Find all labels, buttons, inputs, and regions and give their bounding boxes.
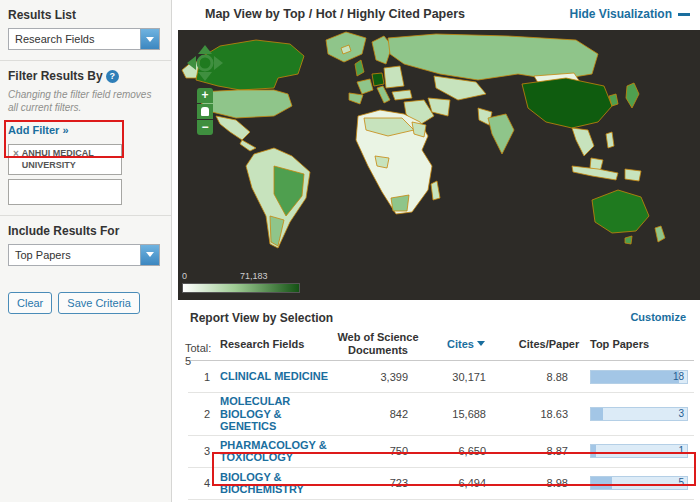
field-link[interactable]: BIOLOGY & BIOCHEMISTRY — [220, 471, 332, 496]
total-value: 5 — [185, 355, 211, 368]
table-row: 2 MOLECULAR BIOLOGY & GENETICS 842 15,68… — [188, 393, 694, 436]
col-cites[interactable]: Cites — [424, 338, 508, 351]
legend-gradient — [182, 283, 300, 293]
top-papers-value: 3 — [678, 408, 684, 420]
field-link[interactable]: CLINICAL MEDICINE — [220, 370, 332, 383]
row-rank: 3 — [188, 445, 220, 457]
map-pan-pad[interactable] — [186, 44, 224, 82]
results-list-dropdown-value: Research Fields — [15, 33, 94, 45]
report-header: Report View by Selection Customize — [172, 302, 700, 325]
top-papers-bar-cell: 5 — [590, 476, 694, 490]
cites-value: 30,171 — [424, 371, 508, 383]
map-legend: 0 71,183 — [182, 272, 312, 296]
cites-value: 6,494 — [424, 477, 508, 489]
map-header: Map View by Top / Hot / Highly Cited Pap… — [172, 0, 700, 30]
results-list-dropdown[interactable]: Research Fields — [8, 28, 160, 50]
docs-value: 842 — [332, 408, 424, 420]
help-icon[interactable]: ? — [106, 70, 119, 83]
top-papers-value: 1 — [678, 445, 684, 457]
results-list-title: Results List — [8, 8, 163, 22]
save-criteria-button[interactable]: Save Criteria — [58, 292, 140, 314]
docs-value: 750 — [332, 445, 424, 457]
filter-title-label: Filter Results By — [8, 69, 103, 83]
results-list-section: Results List Research Fields — [0, 0, 171, 61]
main-panel: Map View by Top / Hot / Highly Cited Pap… — [172, 0, 700, 502]
remove-filter-icon[interactable]: × — [13, 148, 19, 171]
report-panel: Report View by Selection Customize Total… — [172, 302, 700, 502]
col-cites-label: Cites — [447, 338, 474, 351]
top-papers-bar[interactable]: 5 — [590, 476, 688, 490]
cites-per-paper-value: 8.98 — [508, 477, 590, 489]
col-top-papers: Top Papers — [590, 338, 694, 351]
row-rank: 2 — [188, 408, 220, 420]
top-papers-bar-cell: 1 — [590, 444, 694, 458]
map-view-title: Map View by Top / Hot / Highly Cited Pap… — [205, 7, 465, 21]
legend-min-label: 0 — [182, 271, 187, 281]
legend-max-label: 71,183 — [240, 271, 268, 281]
chevron-down-icon[interactable] — [140, 29, 159, 49]
total-label: Total: — [185, 342, 211, 355]
col-cites-per-paper: Cites/Paper — [508, 338, 590, 351]
table-row-highlighted: 4 BIOLOGY & BIOCHEMISTRY 723 6,494 8.98 … — [188, 468, 694, 500]
top-papers-bar[interactable]: 18 — [590, 370, 688, 384]
cites-per-paper-value: 8.88 — [508, 371, 590, 383]
bar-fill — [591, 477, 612, 489]
field-link[interactable]: PHARMACOLOGY & TOXICOLOGY — [220, 439, 332, 464]
report-table: Research Fields Web of Science Documents… — [188, 331, 694, 502]
table-row: 3 PHARMACOLOGY & TOXICOLOGY 750 6,650 8.… — [188, 436, 694, 468]
map-zoom-controls: + − — [197, 88, 213, 135]
include-results-title: Include Results For — [8, 224, 163, 238]
filter-section: Filter Results By? Changing the filter f… — [0, 61, 171, 216]
include-results-section: Include Results For Top Papers — [0, 216, 171, 276]
minimize-icon[interactable] — [678, 13, 690, 16]
cites-value: 15,688 — [424, 408, 508, 420]
filter-section-title: Filter Results By? — [8, 69, 163, 83]
top-papers-value: 5 — [678, 477, 684, 489]
cites-per-paper-value: 8.87 — [508, 445, 590, 457]
bar-fill — [591, 371, 679, 383]
cites-per-paper-value: 18.63 — [508, 408, 590, 420]
customize-link[interactable]: Customize — [630, 311, 686, 325]
col-wos-documents: Web of Science Documents — [332, 331, 424, 356]
top-papers-bar[interactable]: 3 — [590, 407, 688, 421]
docs-value: 723 — [332, 477, 424, 489]
top-papers-bar[interactable]: 1 — [590, 444, 688, 458]
page: Results List Research Fields Filter Resu… — [0, 0, 700, 502]
bar-fill — [591, 445, 596, 457]
filter-note: Changing the filter field removes all cu… — [8, 89, 156, 114]
include-results-dropdown[interactable]: Top Papers — [8, 244, 160, 266]
clear-button[interactable]: Clear — [8, 292, 52, 314]
field-link[interactable]: MOLECULAR BIOLOGY & GENETICS — [220, 395, 332, 433]
table-header-row: Research Fields Web of Science Documents… — [188, 331, 694, 361]
active-filter-chip[interactable]: × ANHUI MEDICAL UNIVERSITY — [8, 144, 122, 175]
world-map-svg — [178, 30, 700, 272]
sort-desc-icon — [477, 341, 485, 346]
pan-hand-icon[interactable] — [197, 104, 213, 119]
top-papers-bar-cell: 3 — [590, 407, 694, 421]
hide-visualization-label: Hide Visualization — [570, 7, 672, 21]
top-papers-bar-cell: 18 — [590, 370, 694, 384]
report-title: Report View by Selection — [190, 311, 333, 325]
top-papers-value: 18 — [673, 371, 684, 383]
row-rank: 1 — [188, 371, 220, 383]
filter-empty-box — [8, 179, 122, 205]
total-count: Total: 5 — [185, 342, 211, 368]
docs-value: 3,399 — [332, 371, 424, 383]
sidebar: Results List Research Fields Filter Resu… — [0, 0, 172, 502]
cites-value: 6,650 — [424, 445, 508, 457]
table-row: 1 CLINICAL MEDICINE 3,399 30,171 8.88 18 — [188, 361, 694, 393]
bar-fill — [591, 408, 603, 420]
row-rank: 4 — [188, 477, 220, 489]
active-filter-label: ANHUI MEDICAL UNIVERSITY — [22, 148, 117, 171]
add-filter-link[interactable]: Add Filter » — [8, 124, 69, 136]
zoom-in-button[interactable]: + — [197, 88, 213, 103]
hide-visualization-link[interactable]: Hide Visualization — [570, 7, 690, 21]
chevron-down-icon[interactable] — [140, 245, 159, 265]
sidebar-buttons: Clear Save Criteria — [0, 276, 171, 314]
col-research-fields: Research Fields — [220, 338, 332, 351]
include-results-dropdown-value: Top Papers — [15, 249, 71, 261]
world-map[interactable]: + − 0 71,183 — [178, 30, 700, 300]
zoom-out-button[interactable]: − — [197, 120, 213, 135]
